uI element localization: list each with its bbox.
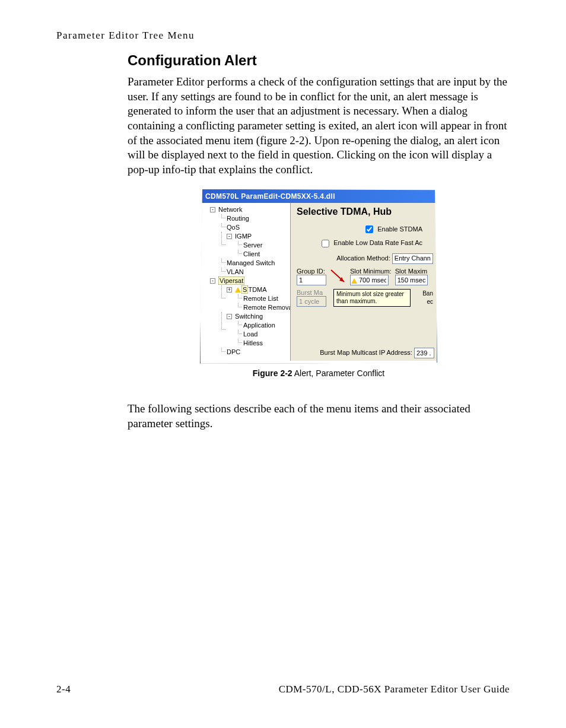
minus-icon[interactable]: - bbox=[210, 278, 215, 284]
slot-max-input[interactable] bbox=[395, 275, 428, 285]
tree-qos[interactable]: QoS bbox=[218, 223, 289, 232]
body-paragraph-2: The following sections describe each of … bbox=[128, 402, 510, 431]
form-panel: Selective TDMA, Hub Enable STDMA Enable … bbox=[291, 203, 437, 363]
multicast-input[interactable] bbox=[414, 348, 434, 358]
tree-application[interactable]: Application bbox=[235, 321, 289, 330]
alert-icon[interactable] bbox=[351, 278, 357, 284]
group-id-label: Group ID: bbox=[297, 268, 326, 275]
burst-map-input bbox=[297, 296, 326, 307]
conflict-tooltip: Minimum slot size greater than maximum. bbox=[333, 289, 411, 307]
alert-icon[interactable] bbox=[235, 287, 241, 293]
enable-stdma-checkbox[interactable] bbox=[365, 225, 373, 233]
panel-heading: Selective TDMA, Hub bbox=[297, 206, 434, 217]
minus-icon[interactable]: - bbox=[227, 234, 232, 239]
tree-switching[interactable]: - Switching Application Load Hitless bbox=[218, 312, 289, 348]
tree-load[interactable]: Load bbox=[235, 330, 289, 339]
tree-igmp[interactable]: - IGMP Server Client bbox=[218, 232, 289, 259]
alloc-method-label: Allocation Method: bbox=[336, 255, 390, 262]
group-id-input[interactable] bbox=[297, 275, 326, 285]
ec-fragment: ec bbox=[427, 298, 433, 305]
slot-max-label: Slot Maxim bbox=[395, 268, 428, 275]
enable-stdma-label: Enable STDMA bbox=[377, 225, 422, 233]
ban-fragment: Ban bbox=[422, 290, 433, 297]
callout-arrow-icon bbox=[330, 269, 346, 285]
tree-server[interactable]: Server bbox=[235, 241, 289, 250]
burst-map-label: Burst Ma bbox=[297, 289, 326, 296]
tree-remote-list[interactable]: Remote List bbox=[235, 294, 289, 303]
tree-managed-switch[interactable]: Managed Switch bbox=[218, 259, 289, 268]
dialog-window: CDM570L ParamEdit-CDM5XX-5.4.dll - Netwo… bbox=[200, 189, 437, 364]
slot-min-label: Slot Minimum: bbox=[350, 268, 392, 275]
tree-vlan[interactable]: VLAN bbox=[218, 268, 289, 276]
tree-network[interactable]: - Network Routing QoS - IGMP Server Clie… bbox=[202, 205, 289, 276]
breadcrumb: Parameter Editor Tree Menu bbox=[56, 30, 510, 42]
enable-low-data-label: Enable Low Data Rate Fast Ac bbox=[333, 239, 422, 246]
alloc-method-select[interactable]: Entry Chann bbox=[392, 253, 433, 264]
plus-icon[interactable]: + bbox=[227, 287, 232, 293]
tree-remote-removal[interactable]: Remote Removal bbox=[235, 303, 289, 312]
tree-vipersat[interactable]: - Vipersat + SSTDMATDMA Remote List Remo… bbox=[202, 276, 289, 357]
figure-2-2: CDM570L ParamEdit-CDM5XX-5.4.dll - Netwo… bbox=[128, 189, 510, 378]
page-number: 2-4 bbox=[56, 684, 71, 695]
doc-title-footer: CDM-570/L, CDD-56X Parameter Editor User… bbox=[279, 684, 510, 695]
tree-stdma[interactable]: + SSTDMATDMA Remote List Remote Removal bbox=[218, 285, 289, 312]
figure-caption: Figure 2-2 Alert, Parameter Conflict bbox=[128, 368, 510, 378]
tree-panel[interactable]: - Network Routing QoS - IGMP Server Clie… bbox=[201, 203, 291, 363]
section-heading: Configuration Alert bbox=[128, 52, 510, 69]
enable-low-data-checkbox[interactable] bbox=[322, 240, 329, 247]
minus-icon[interactable]: - bbox=[210, 207, 215, 212]
multicast-label: Burst Map Multicast IP Address: bbox=[320, 349, 412, 356]
titlebar: CDM570L ParamEdit-CDM5XX-5.4.dll bbox=[201, 190, 437, 203]
minus-icon[interactable]: - bbox=[227, 314, 232, 319]
torn-edge bbox=[201, 361, 437, 364]
body-paragraph-1: Parameter Editor performs a check of the… bbox=[128, 75, 510, 177]
tree-dpc[interactable]: DPC bbox=[218, 348, 289, 357]
tree-client[interactable]: Client bbox=[235, 250, 289, 259]
tree-routing[interactable]: Routing bbox=[218, 214, 289, 223]
tree-hitless[interactable]: Hitless bbox=[235, 339, 289, 348]
